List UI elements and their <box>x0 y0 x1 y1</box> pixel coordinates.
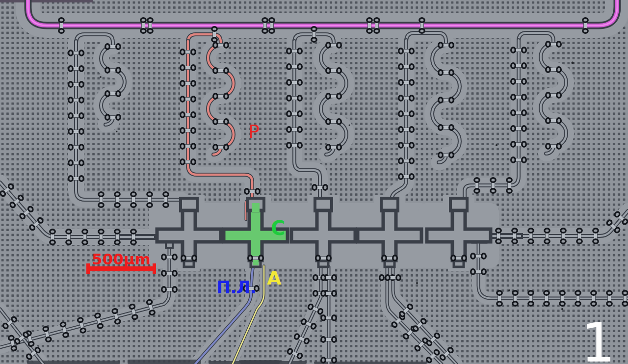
airbridge <box>287 80 302 85</box>
airbridge <box>583 18 588 33</box>
airbridge <box>491 178 496 193</box>
airbridge <box>623 291 628 306</box>
airbridge <box>69 51 84 55</box>
airbridge <box>69 160 84 165</box>
antenna-label: A <box>267 267 282 289</box>
airbridge <box>471 254 486 259</box>
airbridge <box>326 43 341 48</box>
airbridge <box>162 271 177 276</box>
airbridge <box>399 96 414 101</box>
airbridge <box>287 143 302 148</box>
airbridge <box>382 256 397 260</box>
airbridge <box>69 66 84 71</box>
airbridge <box>66 230 71 245</box>
airbridge <box>105 115 121 120</box>
airbridge <box>386 275 401 280</box>
airbridge <box>287 96 302 101</box>
airbridge <box>511 63 526 68</box>
airbridge <box>213 145 229 150</box>
airbridge <box>105 68 121 73</box>
airbridge <box>546 67 561 72</box>
airbridge <box>399 174 414 179</box>
airbridge <box>181 159 196 164</box>
airbridge <box>213 94 229 99</box>
scale-bar-label: 500µm <box>92 250 151 268</box>
airbridge <box>511 95 526 100</box>
airbridge <box>576 291 580 306</box>
airbridge <box>528 291 533 306</box>
airbridge <box>546 118 561 123</box>
airbridge <box>287 64 302 69</box>
airbridge <box>528 229 533 244</box>
airbridge <box>544 291 549 306</box>
airbridge <box>69 113 84 118</box>
airbridge <box>181 50 196 54</box>
airbridge <box>326 119 341 124</box>
airbridge <box>69 82 84 87</box>
airbridge <box>321 337 337 342</box>
qubit-label: C <box>271 217 285 239</box>
airbridge <box>163 192 168 208</box>
airbridge <box>181 97 196 102</box>
airbridge <box>105 44 121 49</box>
airbridge <box>439 70 454 75</box>
airbridge <box>399 111 414 116</box>
airbridge <box>287 49 302 53</box>
airbridge <box>511 157 526 162</box>
airbridge <box>326 145 341 150</box>
airbridge <box>269 18 274 33</box>
airbridge <box>546 144 561 149</box>
airbridge <box>248 256 263 260</box>
airbridge <box>367 18 372 33</box>
airbridge <box>399 80 414 85</box>
resonator-label: P <box>248 121 260 142</box>
airbridge <box>213 119 229 124</box>
airbridge <box>439 125 454 130</box>
airbridge <box>262 18 267 33</box>
airbridge <box>471 269 486 274</box>
airbridge <box>69 176 84 181</box>
airbridge <box>99 230 104 245</box>
airbridge <box>451 256 467 260</box>
airbridge <box>593 229 598 244</box>
airbridge <box>313 185 328 190</box>
airbridge <box>115 230 120 245</box>
airbridge <box>321 315 337 320</box>
airbridge <box>511 126 526 131</box>
airbridge <box>181 112 196 117</box>
airbridge <box>50 230 55 245</box>
airbridge <box>513 291 518 306</box>
airbridge <box>419 18 424 33</box>
airbridge <box>474 178 479 193</box>
airbridge <box>147 192 152 208</box>
airbridge <box>497 291 502 306</box>
airbridge <box>511 48 526 52</box>
airbridge <box>321 358 337 363</box>
airbridge <box>439 43 454 48</box>
airbridge <box>131 230 136 245</box>
airbridge <box>287 127 302 132</box>
airbridge <box>69 145 84 150</box>
airbridge <box>181 65 196 70</box>
airbridge <box>561 229 566 244</box>
airbridge <box>148 18 153 33</box>
airbridge <box>82 230 87 245</box>
airbridge <box>115 192 120 208</box>
airbridge <box>399 158 414 163</box>
airbridge <box>545 229 550 244</box>
airbridge <box>577 229 582 244</box>
airbridge <box>399 143 414 148</box>
airbridge <box>496 229 501 244</box>
airbridge <box>212 27 217 42</box>
airbridge <box>321 291 337 296</box>
airbridge <box>399 127 414 132</box>
airbridge <box>181 81 196 86</box>
airbridge <box>374 18 379 33</box>
airbridge <box>105 91 121 96</box>
airbridge <box>546 93 561 98</box>
airbridge <box>511 110 526 115</box>
airbridge <box>326 68 341 73</box>
airbridge <box>141 18 146 33</box>
airbridge <box>213 43 229 48</box>
airbridge <box>439 153 454 157</box>
